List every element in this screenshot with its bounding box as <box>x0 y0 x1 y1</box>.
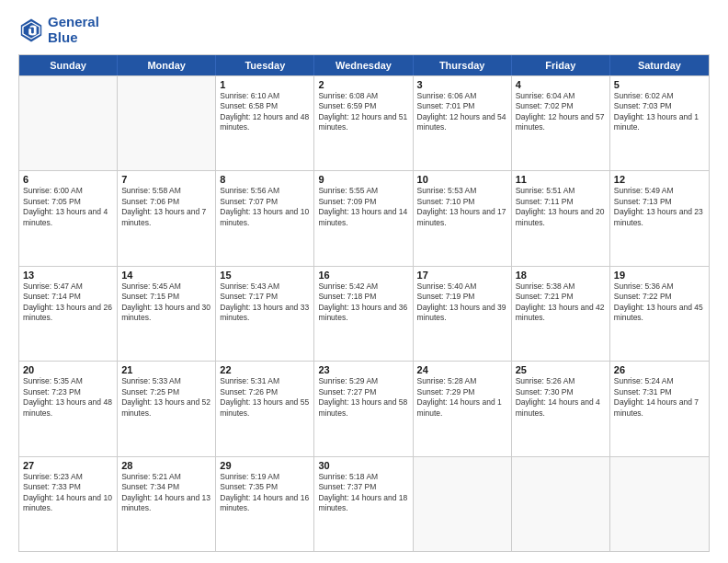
calendar-cell: 3Sunrise: 6:06 AM Sunset: 7:01 PM Daylig… <box>414 76 512 170</box>
day-number: 23 <box>318 364 408 375</box>
cell-info: Sunrise: 6:06 AM Sunset: 7:01 PM Dayligh… <box>417 91 507 133</box>
day-of-week-header: Sunday <box>19 55 118 75</box>
calendar-cell <box>414 457 512 551</box>
cell-info: Sunrise: 5:40 AM Sunset: 7:19 PM Dayligh… <box>417 282 507 324</box>
day-number: 12 <box>614 174 705 185</box>
calendar-cell: 16Sunrise: 5:42 AM Sunset: 7:18 PM Dayli… <box>314 267 413 361</box>
day-number: 27 <box>23 460 113 471</box>
calendar-cell: 28Sunrise: 5:21 AM Sunset: 7:34 PM Dayli… <box>118 457 216 551</box>
calendar-cell: 29Sunrise: 5:19 AM Sunset: 7:35 PM Dayli… <box>216 457 314 551</box>
header: General Blue <box>18 15 710 45</box>
calendar-cell: 10Sunrise: 5:53 AM Sunset: 7:10 PM Dayli… <box>414 171 512 265</box>
day-number: 29 <box>220 460 310 471</box>
day-number: 18 <box>516 270 606 281</box>
cell-info: Sunrise: 5:36 AM Sunset: 7:22 PM Dayligh… <box>614 282 705 324</box>
day-number: 1 <box>220 79 310 90</box>
day-of-week-header: Tuesday <box>216 55 314 75</box>
logo-icon <box>18 17 44 43</box>
calendar-row: 27Sunrise: 5:23 AM Sunset: 7:33 PM Dayli… <box>19 456 709 551</box>
cell-info: Sunrise: 6:02 AM Sunset: 7:03 PM Dayligh… <box>614 91 705 133</box>
day-number: 7 <box>121 174 211 185</box>
day-number: 4 <box>516 79 606 90</box>
day-number: 28 <box>121 460 211 471</box>
calendar-cell <box>512 457 610 551</box>
day-number: 16 <box>318 270 408 281</box>
cell-info: Sunrise: 6:00 AM Sunset: 7:05 PM Dayligh… <box>23 186 113 228</box>
calendar-cell: 2Sunrise: 6:08 AM Sunset: 6:59 PM Daylig… <box>314 76 413 170</box>
calendar-cell: 21Sunrise: 5:33 AM Sunset: 7:25 PM Dayli… <box>118 362 216 455</box>
cell-info: Sunrise: 5:43 AM Sunset: 7:17 PM Dayligh… <box>220 282 310 324</box>
calendar-body: 1Sunrise: 6:10 AM Sunset: 6:58 PM Daylig… <box>19 75 709 551</box>
day-number: 19 <box>614 270 705 281</box>
calendar-cell: 19Sunrise: 5:36 AM Sunset: 7:22 PM Dayli… <box>610 267 709 361</box>
cell-info: Sunrise: 5:53 AM Sunset: 7:10 PM Dayligh… <box>417 186 507 228</box>
calendar: SundayMondayTuesdayWednesdayThursdayFrid… <box>18 54 710 552</box>
day-number: 20 <box>23 364 113 375</box>
cell-info: Sunrise: 5:42 AM Sunset: 7:18 PM Dayligh… <box>318 282 408 324</box>
cell-info: Sunrise: 5:23 AM Sunset: 7:33 PM Dayligh… <box>23 472 113 514</box>
cell-info: Sunrise: 5:21 AM Sunset: 7:34 PM Dayligh… <box>121 472 211 514</box>
calendar-cell: 26Sunrise: 5:24 AM Sunset: 7:31 PM Dayli… <box>610 362 709 455</box>
calendar-cell: 17Sunrise: 5:40 AM Sunset: 7:19 PM Dayli… <box>414 267 512 361</box>
calendar-cell: 15Sunrise: 5:43 AM Sunset: 7:17 PM Dayli… <box>216 267 314 361</box>
cell-info: Sunrise: 6:04 AM Sunset: 7:02 PM Dayligh… <box>516 91 606 133</box>
cell-info: Sunrise: 5:18 AM Sunset: 7:37 PM Dayligh… <box>318 472 408 514</box>
calendar-cell: 13Sunrise: 5:47 AM Sunset: 7:14 PM Dayli… <box>19 267 118 361</box>
day-number: 11 <box>516 174 606 185</box>
calendar-cell: 7Sunrise: 5:58 AM Sunset: 7:06 PM Daylig… <box>118 171 216 265</box>
calendar-cell: 20Sunrise: 5:35 AM Sunset: 7:23 PM Dayli… <box>19 362 118 455</box>
day-number: 26 <box>614 364 705 375</box>
day-number: 6 <box>23 174 113 185</box>
day-number: 3 <box>417 79 507 90</box>
calendar-row: 20Sunrise: 5:35 AM Sunset: 7:23 PM Dayli… <box>19 361 709 455</box>
day-number: 9 <box>318 174 408 185</box>
day-number: 14 <box>121 270 211 281</box>
calendar-cell: 24Sunrise: 5:28 AM Sunset: 7:29 PM Dayli… <box>414 362 512 455</box>
day-number: 10 <box>417 174 507 185</box>
calendar-cell: 9Sunrise: 5:55 AM Sunset: 7:09 PM Daylig… <box>314 171 413 265</box>
logo: General Blue <box>18 15 99 45</box>
calendar-cell: 27Sunrise: 5:23 AM Sunset: 7:33 PM Dayli… <box>19 457 118 551</box>
calendar-row: 13Sunrise: 5:47 AM Sunset: 7:14 PM Dayli… <box>19 266 709 361</box>
cell-info: Sunrise: 5:28 AM Sunset: 7:29 PM Dayligh… <box>417 376 507 419</box>
cell-info: Sunrise: 5:45 AM Sunset: 7:15 PM Dayligh… <box>121 282 211 324</box>
day-number: 17 <box>417 270 507 281</box>
cell-info: Sunrise: 5:38 AM Sunset: 7:21 PM Dayligh… <box>516 282 606 324</box>
calendar-cell: 12Sunrise: 5:49 AM Sunset: 7:13 PM Dayli… <box>610 171 709 265</box>
cell-info: Sunrise: 5:31 AM Sunset: 7:26 PM Dayligh… <box>220 376 310 419</box>
cell-info: Sunrise: 5:29 AM Sunset: 7:27 PM Dayligh… <box>318 376 408 419</box>
logo-text: General Blue <box>48 15 99 45</box>
day-of-week-header: Wednesday <box>314 55 413 75</box>
calendar-cell: 30Sunrise: 5:18 AM Sunset: 7:37 PM Dayli… <box>314 457 413 551</box>
calendar-cell: 25Sunrise: 5:26 AM Sunset: 7:30 PM Dayli… <box>512 362 610 455</box>
calendar-cell: 18Sunrise: 5:38 AM Sunset: 7:21 PM Dayli… <box>512 267 610 361</box>
calendar-cell: 14Sunrise: 5:45 AM Sunset: 7:15 PM Dayli… <box>118 267 216 361</box>
cell-info: Sunrise: 6:08 AM Sunset: 6:59 PM Dayligh… <box>318 91 408 133</box>
calendar-cell: 22Sunrise: 5:31 AM Sunset: 7:26 PM Dayli… <box>216 362 314 455</box>
day-of-week-header: Saturday <box>610 55 709 75</box>
day-number: 8 <box>220 174 310 185</box>
calendar-cell: 8Sunrise: 5:56 AM Sunset: 7:07 PM Daylig… <box>216 171 314 265</box>
day-of-week-header: Monday <box>118 55 216 75</box>
cell-info: Sunrise: 5:24 AM Sunset: 7:31 PM Dayligh… <box>614 376 705 419</box>
calendar-cell: 1Sunrise: 6:10 AM Sunset: 6:58 PM Daylig… <box>216 76 314 170</box>
cell-info: Sunrise: 5:26 AM Sunset: 7:30 PM Dayligh… <box>516 376 606 419</box>
cell-info: Sunrise: 5:55 AM Sunset: 7:09 PM Dayligh… <box>318 186 408 228</box>
day-number: 22 <box>220 364 310 375</box>
calendar-cell: 6Sunrise: 6:00 AM Sunset: 7:05 PM Daylig… <box>19 171 118 265</box>
cell-info: Sunrise: 5:33 AM Sunset: 7:25 PM Dayligh… <box>121 376 211 419</box>
calendar-header: SundayMondayTuesdayWednesdayThursdayFrid… <box>19 55 709 75</box>
day-of-week-header: Friday <box>512 55 610 75</box>
day-of-week-header: Thursday <box>414 55 512 75</box>
day-number: 25 <box>516 364 606 375</box>
calendar-cell <box>118 76 216 170</box>
day-number: 2 <box>318 79 408 90</box>
cell-info: Sunrise: 5:51 AM Sunset: 7:11 PM Dayligh… <box>516 186 606 228</box>
calendar-cell <box>19 76 118 170</box>
page: General Blue SundayMondayTuesdayWednesda… <box>0 0 728 563</box>
calendar-cell: 5Sunrise: 6:02 AM Sunset: 7:03 PM Daylig… <box>610 76 709 170</box>
day-number: 13 <box>23 270 113 281</box>
cell-info: Sunrise: 5:56 AM Sunset: 7:07 PM Dayligh… <box>220 186 310 228</box>
calendar-cell <box>610 457 709 551</box>
calendar-cell: 23Sunrise: 5:29 AM Sunset: 7:27 PM Dayli… <box>314 362 413 455</box>
